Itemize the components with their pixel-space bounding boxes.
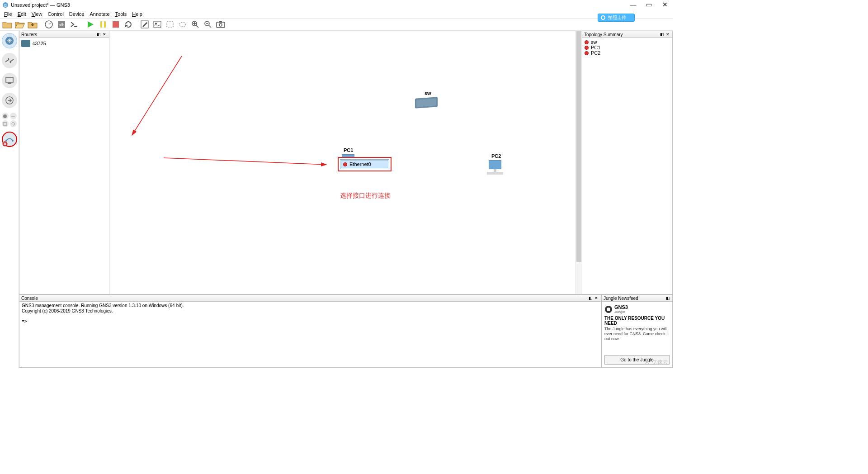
topology-summary-header: Topology Summary ◧ ✕ [582,31,672,38]
panel-undock-icon[interactable]: ◧ [665,295,670,301]
screenshot-icon[interactable] [215,19,226,30]
menu-bar: File Edit View Control Device Annotate T… [0,10,673,18]
snapshot-icon[interactable] [43,19,55,30]
rail-security-icon[interactable] [2,93,17,108]
draw-rectangle-icon[interactable] [164,19,176,30]
panel-close-icon[interactable]: ✕ [102,32,107,37]
device-pc2[interactable] [487,160,503,175]
interface-context-menu: Ethernet0 [338,157,392,171]
insert-picture-icon[interactable] [151,19,163,30]
console-header: Console ◧ ✕ [19,295,601,302]
reload-all-icon[interactable] [123,19,134,30]
menu-device[interactable]: Device [66,10,87,18]
summary-item[interactable]: PC2 [584,50,671,56]
device-rail [0,31,19,368]
svg-rect-11 [167,22,173,27]
device-label-pc1: PC1 [344,147,353,153]
device-label-sw: sw [425,90,431,96]
topology-summary-title: Topology Summary [584,32,623,37]
maximize-button[interactable]: ▭ [641,0,657,9]
rail-switches-icon[interactable] [2,53,17,68]
console-panel: Console ◧ ✕ GNS3 management console. Run… [19,294,601,368]
newsfeed-header: Jungle Newsfeed ◧ [602,295,672,302]
svg-rect-5 [100,21,102,28]
minimize-button[interactable]: — [625,0,641,9]
app-icon: G [2,2,9,8]
stop-all-icon[interactable] [110,19,122,30]
show-hide-icon[interactable]: a/b [56,19,67,30]
panel-close-icon[interactable]: ✕ [665,32,670,37]
draw-ellipse-icon[interactable] [177,19,189,30]
panel-undock-icon[interactable]: ◧ [588,295,593,301]
upload-button[interactable]: 拍照上传 [598,14,635,22]
svg-point-32 [607,308,610,311]
svg-text:G: G [4,3,7,8]
status-dot-icon [585,51,589,55]
upload-button-label: 拍照上传 [608,14,626,21]
menu-file[interactable]: File [1,10,15,18]
menu-tools[interactable]: Tools [113,10,130,18]
summary-item[interactable]: sw [584,39,671,45]
new-project-icon[interactable] [1,19,13,30]
zoom-in-icon[interactable] [189,19,201,30]
menu-view[interactable]: View [29,10,45,18]
bottom-dock: Console ◧ ✕ GNS3 management console. Run… [19,294,673,368]
router-item[interactable]: c3725 [21,39,108,47]
add-note-icon[interactable] [139,19,151,30]
rail-routers-icon[interactable] [2,33,17,48]
panel-undock-icon[interactable]: ◧ [659,32,665,37]
router-icon [21,40,30,47]
newsfeed-brand: GNS3 [614,304,628,310]
panel-undock-icon[interactable]: ◧ [96,32,101,37]
svg-rect-21 [8,83,11,84]
svg-point-16 [219,24,222,26]
svg-point-12 [179,22,186,27]
svg-rect-20 [6,77,13,82]
svg-rect-15 [217,22,225,28]
summary-item-label: sw [591,39,597,45]
routers-panel-title: Routers [21,32,37,37]
open-project-icon[interactable] [14,19,26,30]
newsfeed-headline: THE ONLY RESOURCE YOU NEED [604,316,670,326]
console-title: Console [21,296,38,301]
watermark: 亿速云 [643,359,668,366]
device-label-pc2: PC2 [491,153,501,159]
newsfeed-brand-sub: Jungle [614,310,628,314]
newsfeed-body: GNS3 Jungle THE ONLY RESOURCE YOU NEED T… [602,302,672,367]
rail-all-devices-icon[interactable] [2,113,17,127]
newsfeed-text: The Jungle has everything you will ever … [604,327,670,341]
interface-menu-label: Ethernet0 [349,161,371,167]
menu-edit[interactable]: Edit [15,10,29,18]
device-switch[interactable] [415,98,438,108]
router-item-label: c3725 [33,41,46,46]
start-all-icon[interactable] [85,19,96,30]
svg-line-30 [164,158,326,165]
menu-control[interactable]: Control [45,10,66,18]
status-dot-icon [585,40,589,44]
panel-close-icon[interactable]: ✕ [594,295,599,301]
save-project-icon[interactable] [27,19,38,30]
status-dot-icon [585,46,589,50]
summary-item-label: PC1 [591,45,600,50]
summary-item[interactable]: PC1 [584,45,671,50]
close-button[interactable]: ✕ [657,0,673,9]
menu-annotate[interactable]: Annotate [87,10,112,18]
svg-rect-24 [3,123,7,125]
newsfeed-title: Jungle Newsfeed [604,296,638,301]
svg-rect-9 [154,21,161,28]
rail-add-link-icon[interactable] [2,132,17,147]
annotation-text: 选择接口进行连接 [340,192,391,200]
main-toolbar: a/b [0,18,673,31]
status-dot-icon [343,162,347,166]
pause-all-icon[interactable] [97,19,109,30]
interface-menu-item[interactable]: Ethernet0 [341,160,388,168]
menu-help[interactable]: Help [129,10,145,18]
rail-end-devices-icon[interactable] [2,73,17,88]
routers-panel-header: Routers ◧ ✕ [19,31,109,38]
window-title: Unsaved project* — GNS3 [11,2,670,8]
zoom-out-icon[interactable] [202,19,214,30]
title-bar: G Unsaved project* — GNS3 [0,0,673,10]
console-output[interactable]: GNS3 management console. Running GNS3 ve… [19,302,601,367]
summary-item-label: PC2 [591,50,600,56]
console-all-icon[interactable] [68,19,80,30]
